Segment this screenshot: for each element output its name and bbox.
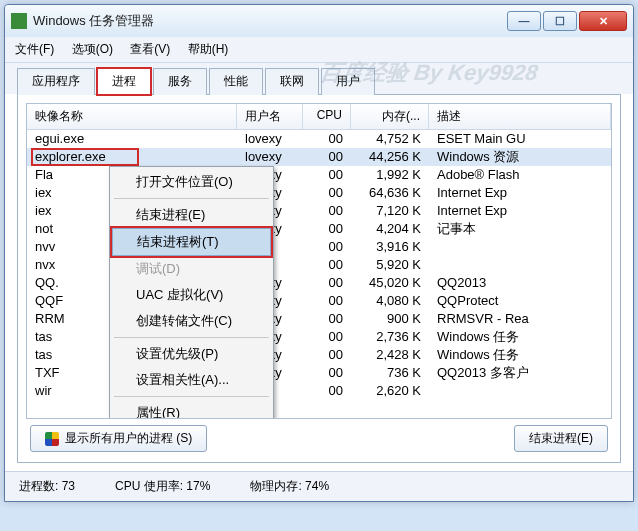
col-memory[interactable]: 内存(... bbox=[351, 104, 429, 129]
ctx-properties[interactable]: 属性(R) bbox=[112, 400, 271, 418]
menu-options[interactable]: 选项(O) bbox=[72, 42, 113, 56]
cell-cpu: 00 bbox=[303, 130, 351, 148]
cell-user: lovexy bbox=[237, 130, 303, 148]
cell-cpu: 00 bbox=[303, 274, 351, 292]
cell-desc: Internet Exp bbox=[429, 184, 611, 202]
cell-desc: Adobe® Flash bbox=[429, 166, 611, 184]
ctx-set-affinity[interactable]: 设置相关性(A)... bbox=[112, 367, 271, 393]
cell-memory: 3,916 K bbox=[351, 238, 429, 256]
cell-desc: QQProtect bbox=[429, 292, 611, 310]
minimize-button[interactable] bbox=[507, 11, 541, 31]
tab-services[interactable]: 服务 bbox=[153, 68, 207, 95]
tab-performance[interactable]: 性能 bbox=[209, 68, 263, 95]
cell-desc: Internet Exp bbox=[429, 202, 611, 220]
cell-cpu: 00 bbox=[303, 148, 351, 166]
cell-memory: 7,120 K bbox=[351, 202, 429, 220]
cell-desc: ESET Main GU bbox=[429, 130, 611, 148]
cell-cpu: 00 bbox=[303, 382, 351, 400]
cell-cpu: 00 bbox=[303, 364, 351, 382]
cell-cpu: 00 bbox=[303, 202, 351, 220]
cell-cpu: 00 bbox=[303, 184, 351, 202]
ctx-uac-virtualization[interactable]: UAC 虚拟化(V) bbox=[112, 282, 271, 308]
cell-cpu: 00 bbox=[303, 292, 351, 310]
col-description[interactable]: 描述 bbox=[429, 104, 611, 129]
cell-memory: 44,256 K bbox=[351, 148, 429, 166]
col-cpu[interactable]: CPU bbox=[303, 104, 351, 129]
cell-memory: 736 K bbox=[351, 364, 429, 382]
cell-image: explorer.exe bbox=[27, 148, 237, 166]
show-all-users-button[interactable]: 显示所有用户的进程 (S) bbox=[30, 425, 207, 452]
cell-memory: 2,428 K bbox=[351, 346, 429, 364]
context-menu: 打开文件位置(O) 结束进程(E) 结束进程树(T) 调试(D) UAC 虚拟化… bbox=[109, 166, 274, 418]
ctx-end-process-tree[interactable]: 结束进程树(T) bbox=[112, 228, 271, 256]
process-table: 映像名称 用户名 CPU 内存(... 描述 egui.exelovexy004… bbox=[26, 103, 612, 419]
cell-cpu: 00 bbox=[303, 256, 351, 274]
tab-networking[interactable]: 联网 bbox=[265, 68, 319, 95]
cell-desc: 记事本 bbox=[429, 220, 611, 238]
tab-applications[interactable]: 应用程序 bbox=[17, 68, 95, 95]
cell-memory: 4,080 K bbox=[351, 292, 429, 310]
cell-memory: 4,204 K bbox=[351, 220, 429, 238]
menu-bar: 文件(F) 选项(O) 查看(V) 帮助(H) bbox=[5, 37, 633, 63]
ctx-set-priority[interactable]: 设置优先级(P) bbox=[112, 341, 271, 367]
ctx-end-process[interactable]: 结束进程(E) bbox=[112, 202, 271, 228]
table-header: 映像名称 用户名 CPU 内存(... 描述 bbox=[27, 104, 611, 130]
cell-cpu: 00 bbox=[303, 220, 351, 238]
close-button[interactable] bbox=[579, 11, 627, 31]
cell-memory: 45,020 K bbox=[351, 274, 429, 292]
menu-help[interactable]: 帮助(H) bbox=[188, 42, 229, 56]
cell-memory: 900 K bbox=[351, 310, 429, 328]
cell-memory: 2,736 K bbox=[351, 328, 429, 346]
cell-memory: 2,620 K bbox=[351, 382, 429, 400]
cell-desc: QQ2013 多客户 bbox=[429, 364, 611, 382]
cell-user: lovexy bbox=[237, 148, 303, 166]
cell-cpu: 00 bbox=[303, 310, 351, 328]
status-process-count: 进程数: 73 bbox=[19, 478, 75, 495]
status-bar: 进程数: 73 CPU 使用率: 17% 物理内存: 74% bbox=[5, 471, 633, 501]
cell-memory: 4,752 K bbox=[351, 130, 429, 148]
col-image-name[interactable]: 映像名称 bbox=[27, 104, 237, 129]
status-physical-memory: 物理内存: 74% bbox=[250, 478, 329, 495]
ctx-open-file-location[interactable]: 打开文件位置(O) bbox=[112, 169, 271, 195]
maximize-button[interactable] bbox=[543, 11, 577, 31]
table-body[interactable]: egui.exelovexy004,752 KESET Main GUexplo… bbox=[27, 130, 611, 418]
cell-desc: RRMSVR - Rea bbox=[429, 310, 611, 328]
tab-users[interactable]: 用户 bbox=[321, 68, 375, 95]
cell-memory: 64,636 K bbox=[351, 184, 429, 202]
table-row[interactable]: egui.exelovexy004,752 KESET Main GU bbox=[27, 130, 611, 148]
cell-memory: 5,920 K bbox=[351, 256, 429, 274]
cell-cpu: 00 bbox=[303, 238, 351, 256]
cell-desc: Windows 任务 bbox=[429, 346, 611, 364]
cell-desc bbox=[429, 256, 611, 274]
cell-desc bbox=[429, 238, 611, 256]
menu-file[interactable]: 文件(F) bbox=[15, 42, 54, 56]
title-bar[interactable]: Windows 任务管理器 bbox=[5, 5, 633, 37]
menu-view[interactable]: 查看(V) bbox=[130, 42, 170, 56]
cell-desc: Windows 任务 bbox=[429, 328, 611, 346]
task-manager-window: Windows 任务管理器 文件(F) 选项(O) 查看(V) 帮助(H) 应用… bbox=[4, 4, 634, 502]
cell-memory: 1,992 K bbox=[351, 166, 429, 184]
col-user[interactable]: 用户名 bbox=[237, 104, 303, 129]
end-process-button[interactable]: 结束进程(E) bbox=[514, 425, 608, 452]
panel-buttons: 显示所有用户的进程 (S) 结束进程(E) bbox=[26, 419, 612, 454]
status-cpu-usage: CPU 使用率: 17% bbox=[115, 478, 210, 495]
cell-desc: Windows 资源 bbox=[429, 148, 611, 166]
cell-cpu: 00 bbox=[303, 166, 351, 184]
show-all-users-label: 显示所有用户的进程 (S) bbox=[65, 430, 192, 447]
ctx-create-dump[interactable]: 创建转储文件(C) bbox=[112, 308, 271, 334]
app-icon bbox=[11, 13, 27, 29]
cell-image: egui.exe bbox=[27, 130, 237, 148]
processes-panel: 映像名称 用户名 CPU 内存(... 描述 egui.exelovexy004… bbox=[17, 94, 621, 463]
tab-row: 应用程序 进程 服务 性能 联网 用户 bbox=[5, 63, 633, 94]
shield-icon bbox=[45, 432, 59, 446]
tab-processes[interactable]: 进程 bbox=[97, 68, 151, 95]
table-row[interactable]: explorer.exelovexy0044,256 KWindows 资源 bbox=[27, 148, 611, 166]
window-title: Windows 任务管理器 bbox=[33, 12, 507, 30]
cell-cpu: 00 bbox=[303, 328, 351, 346]
cell-cpu: 00 bbox=[303, 346, 351, 364]
ctx-debug: 调试(D) bbox=[112, 256, 271, 282]
cell-desc: QQ2013 bbox=[429, 274, 611, 292]
cell-desc bbox=[429, 382, 611, 400]
